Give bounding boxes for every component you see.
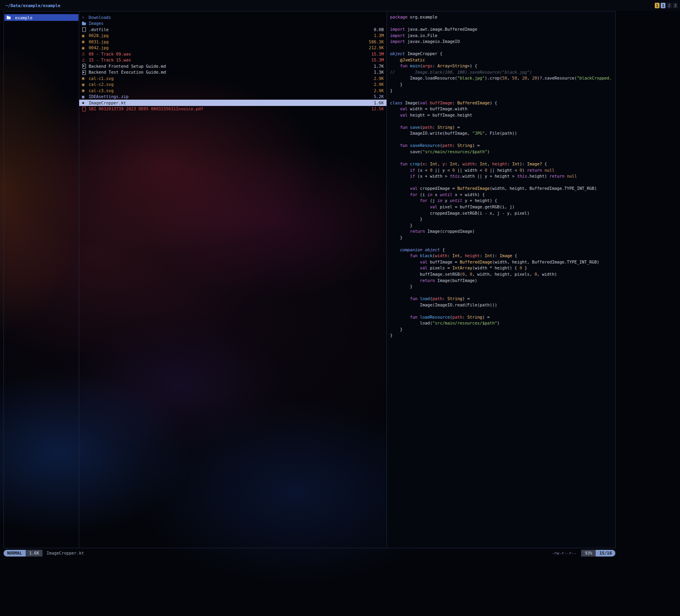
code-line: val pixels = IntArray(width * height) { … xyxy=(390,265,615,271)
parent-item[interactable]: example xyxy=(4,14,78,21)
image-icon: ▣ xyxy=(82,75,89,81)
file-row[interactable]: ♫09 - Track 09.wav15.3M xyxy=(79,51,386,57)
code-line xyxy=(390,137,615,143)
image-icon: ▣ xyxy=(82,33,89,39)
file-size: 2.9K xyxy=(374,76,384,81)
file-row[interactable]: ⇩Downloads xyxy=(79,14,386,20)
code-line xyxy=(390,180,615,186)
code-line: val width = buffImage.width xyxy=(390,106,615,112)
file-row[interactable]: Backend_Test_Execution_Guide.md1.3K xyxy=(79,69,386,76)
file-row[interactable]: SBI_0032013739_2023_DE05_0003155631Invoi… xyxy=(79,106,386,112)
code-line: return Image(buffImage) xyxy=(390,278,615,284)
status-right: -rw-r--r-- 93% 15/16 xyxy=(552,549,615,557)
cwd-path: ~/Data/example/example xyxy=(6,0,60,11)
scroll-percent-badge: 93% xyxy=(581,550,596,557)
file-name: SBI_0032013739_2023_DE05_0003155631Invoi… xyxy=(89,106,203,111)
file-size: 1.3K xyxy=(374,70,384,74)
code-line xyxy=(390,20,615,27)
code-line xyxy=(390,45,615,51)
code-line: } xyxy=(390,223,615,229)
file-size: 15.3M xyxy=(371,58,384,62)
file-row[interactable]: .dotfile0.0B xyxy=(79,26,386,33)
folder-icon xyxy=(82,20,89,26)
archive-icon: ▦ xyxy=(82,94,89,100)
file-row[interactable]: Images xyxy=(79,20,386,27)
tab-2[interactable]: 1 xyxy=(661,3,665,8)
file-name: 09 - Track 09.wav xyxy=(89,52,131,56)
tab-1[interactable]: 1 xyxy=(655,3,660,8)
markdown-icon xyxy=(82,63,89,69)
file-name: .dotfile xyxy=(89,27,109,32)
file-size: 2.9K xyxy=(374,88,384,93)
file-name: Backend_Test_Execution_Guide.md xyxy=(89,70,166,74)
file-size: 586.3K xyxy=(369,39,384,44)
file-row[interactable]: ▣0031.jpg586.3K xyxy=(79,39,386,45)
file-name: Images xyxy=(89,21,104,26)
code-line: for (i in x until x + width) { xyxy=(390,192,615,198)
file-size-badge: 1.6K xyxy=(26,550,43,557)
file-name: cal-c2.svg xyxy=(89,82,113,87)
file-size: 5.2K xyxy=(374,94,384,99)
code-line: class Image(val buffImage: BufferedImage… xyxy=(390,100,615,106)
file-row[interactable]: ♫15 - Track 15.wav15.3M xyxy=(79,57,386,63)
code-line: if (x + width > this.width || y + height… xyxy=(390,173,615,180)
file-name: 0042.jpg xyxy=(89,45,109,50)
file-name: Backend_Frontend_Setup_Guide.md xyxy=(89,64,166,69)
image-icon: ▣ xyxy=(82,87,89,93)
code-line: val pixel = buffImage.getRGB(i, j) xyxy=(390,204,615,210)
file-row[interactable]: ▣0042.jpg212.9K xyxy=(79,45,386,51)
code-line: fun load(path: String) = xyxy=(390,296,615,302)
tab-4[interactable]: 3 xyxy=(673,3,678,8)
kotlin-icon: ◆ xyxy=(82,100,89,106)
file-name: 0028.jpg xyxy=(89,33,109,38)
folder-icon xyxy=(7,15,13,20)
code-line: fun save(path: String) = xyxy=(390,124,615,131)
code-line: val croppedImage = BufferedImage(width, … xyxy=(390,186,615,192)
file-row[interactable]: ▣0028.jpg1.3M xyxy=(79,33,386,39)
code-line: import javax.imageio.ImageIO xyxy=(390,39,615,45)
tab-indicators: 1123 xyxy=(655,3,678,8)
file-name: Downloads xyxy=(89,15,111,20)
file-size: 212.9K xyxy=(369,45,384,50)
code-line: companion object { xyxy=(390,247,615,253)
code-line xyxy=(390,94,615,100)
code-line: fun main(args: Array<String>) { xyxy=(390,63,615,69)
file-row[interactable]: Backend_Frontend_Setup_Guide.md1.7K xyxy=(79,63,386,69)
pdf-icon xyxy=(82,106,89,112)
file-size: 1.3M xyxy=(374,33,384,38)
file-icon xyxy=(82,26,89,32)
code-line: Image.loadResource("black.jpg").crop(50,… xyxy=(390,75,615,82)
file-size: 12.5K xyxy=(371,106,384,111)
file-row[interactable]: ▣cal-c3.svg2.9K xyxy=(79,87,386,94)
mode-badge: NORMAL xyxy=(4,550,26,557)
file-manager-panes: example ⇩DownloadsImages.dotfile0.0B▣002… xyxy=(4,11,616,548)
file-row[interactable]: ▣cal-c1.svg2.9K xyxy=(79,75,386,82)
file-row[interactable]: ▣cal-c2.svg2.9K xyxy=(79,82,386,88)
parent-item-label: example xyxy=(15,15,32,20)
file-row[interactable]: ◆ImageCropper.kt1.6K xyxy=(79,100,386,106)
code-line: ImageIO.write(buffImage, "JPG", File(pat… xyxy=(390,130,615,137)
status-left: NORMAL 1.6K ImageCropper.kt xyxy=(4,549,84,557)
file-row[interactable]: ▦IDEAsettings.zip5.2K xyxy=(79,94,386,100)
file-size: 2.9K xyxy=(374,82,384,87)
code-line: } xyxy=(390,284,615,290)
file-name: 15 - Track 15.wav xyxy=(89,58,131,62)
download-icon: ⇩ xyxy=(82,14,89,20)
code-line: for (j in y until y + height) { xyxy=(390,198,615,204)
code-line: } xyxy=(390,216,615,223)
tab-3[interactable]: 2 xyxy=(667,3,671,8)
code-line: load("src/main/resources/$path") xyxy=(390,320,615,327)
file-size: 1.6K xyxy=(374,100,384,105)
code-line: buffImage.setRGB(0, 0, width, height, pi… xyxy=(390,271,615,278)
cursor-position-badge: 15/16 xyxy=(596,550,615,557)
code-line: object ImageCropper { xyxy=(390,51,615,57)
image-icon: ▣ xyxy=(82,39,89,45)
code-line: } xyxy=(390,82,615,88)
code-line: croppedImage.setRGB(i - x, j - y, pixel) xyxy=(390,210,615,217)
code-line: val height = buffImage.height xyxy=(390,112,615,119)
file-list: ⇩DownloadsImages.dotfile0.0B▣0028.jpg1.3… xyxy=(79,14,386,112)
file-name: cal-c1.svg xyxy=(89,76,113,81)
code-line: } xyxy=(390,327,615,333)
status-filename: ImageCropper.kt xyxy=(46,551,84,555)
code-line: return Image(croppedImage) xyxy=(390,228,615,235)
